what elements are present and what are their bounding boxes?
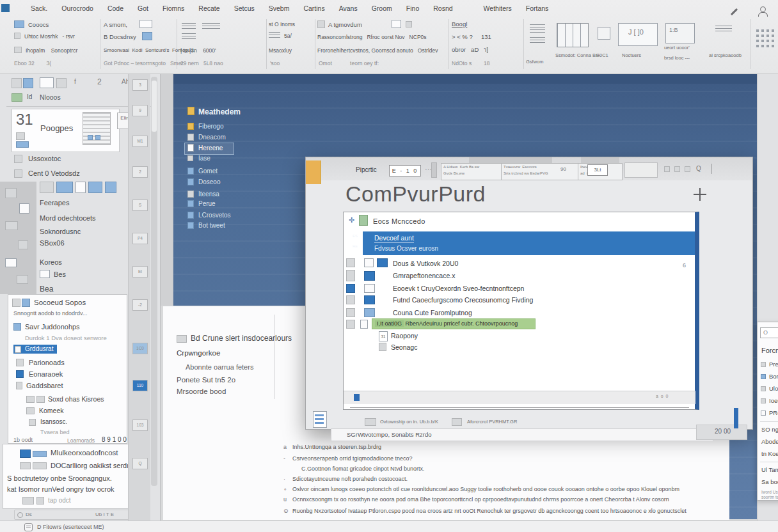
- ribbon-tab[interactable]: Wethiters: [484, 4, 512, 12]
- cut-icon[interactable]: [14, 33, 20, 39]
- backstage-nav-item[interactable]: Fiberogo: [198, 123, 223, 130]
- ribbon-label[interactable]: Rassoncomlstrong Rfroc oorst Nov NCP0s: [317, 34, 427, 40]
- dialog-mini-tab[interactable]: Tvaeuvrw Esovvcs Srts trcbrsd ws EsdarPV…: [501, 163, 580, 180]
- ribbon-label[interactable]: B Docsdnsy: [104, 33, 136, 40]
- popup-search-input[interactable]: O: [760, 327, 778, 338]
- pen-icon[interactable]: [731, 8, 738, 15]
- ribbon-tab[interactable]: Recate: [198, 4, 219, 12]
- align-center-icon[interactable]: [182, 33, 196, 39]
- strip-icon[interactable]: 103: [132, 419, 148, 431]
- selected-file-primary[interactable]: Devcoef aunt: [374, 234, 414, 243]
- toolbar-icon[interactable]: [12, 78, 22, 88]
- ribbon-label[interactable]: Ihopalm Sonooptrcr: [26, 47, 77, 54]
- view-thumbnail[interactable]: [105, 182, 116, 193]
- backstage-nav-item[interactable]: Iteensa: [198, 191, 219, 198]
- ribbon-tab[interactable]: Fino: [406, 4, 419, 12]
- panel-row[interactable]: Parionoads: [29, 359, 65, 366]
- view-macros-button[interactable]: J [ ]0 Noctuers: [614, 19, 662, 69]
- scroll-thumb[interactable]: [354, 394, 360, 401]
- backstage-nav-item-selected[interactable]: Hereene: [198, 145, 223, 152]
- ribbon-tab[interactable]: Setcus: [234, 4, 255, 12]
- panel-row[interactable]: Isansosc.: [40, 418, 67, 425]
- apps-grid-icon[interactable]: [756, 29, 774, 47]
- strip-icon[interactable]: M1: [132, 136, 148, 147]
- backstage-nav-item[interactable]: Perue: [198, 200, 216, 207]
- view-table-button[interactable]: Ssmodot: Conna Br+: [554, 19, 592, 69]
- toolbar-button[interactable]: [624, 162, 658, 178]
- ribbon-tab[interactable]: Sack.: [31, 4, 47, 12]
- panel2-row[interactable]: DOCarlliorg oakikst serdract: [51, 462, 139, 469]
- strip-icon[interactable]: P4: [132, 233, 148, 244]
- inner-scroll-strip[interactable]: a o 0: [344, 391, 695, 404]
- panel2-row[interactable]: kat Isomor runVed ongry tov ocrok: [7, 485, 115, 493]
- dialog-mini-tab[interactable]: A Hdtew Kerb Bs.sw Gvds Bs.ww: [441, 163, 504, 180]
- ribbon-tab[interactable]: Avans: [339, 4, 358, 12]
- thumb-icon[interactable]: [5, 221, 18, 230]
- minimize-icon[interactable]: [664, 166, 670, 172]
- line-spacing-icon[interactable]: [202, 23, 220, 29]
- panel-row[interactable]: Gaddsbaret: [26, 382, 63, 389]
- scroll-glyphs[interactable]: a o 0: [656, 394, 668, 398]
- ribbon-tab[interactable]: Got: [138, 4, 148, 12]
- calendar-card[interactable]: 31 Poogpes: [12, 109, 120, 152]
- file-row[interactable]: Seonagc: [391, 343, 417, 351]
- nav-list-item[interactable]: Mord odechtocets: [40, 214, 95, 222]
- popup-item[interactable]: SO ngm: [761, 426, 778, 433]
- ribbon-label[interactable]: Cooocs: [28, 21, 49, 28]
- panel-row[interactable]: Komeek: [39, 407, 64, 414]
- popup-item[interactable]: Bono: [769, 373, 778, 380]
- view-thumbnail[interactable]: [88, 182, 102, 193]
- popup-item[interactable]: Abodeo: [761, 438, 778, 445]
- popup-item[interactable]: Sa boo: [761, 478, 778, 485]
- left-scrollbar[interactable]: [151, 77, 157, 486]
- list-icon[interactable]: [269, 32, 280, 38]
- view-small-button[interactable]: E0C1: [595, 19, 613, 69]
- nav-list-item[interactable]: Feerapes: [40, 199, 69, 207]
- ribbon-tab[interactable]: Fiomns: [163, 4, 184, 12]
- document-preview-thumbnail[interactable]: [83, 112, 111, 145]
- view-split-button[interactable]: 1:B ueort uooor' brsd looc ---: [663, 19, 705, 69]
- dialog-spinner-field[interactable]: E - 1 0: [389, 165, 421, 176]
- table-icon[interactable]: [313, 411, 327, 428]
- ribbon-tab[interactable]: Fortans: [526, 4, 549, 12]
- ribbon-label[interactable]: > < % ? 131: [452, 33, 491, 40]
- panel-row[interactable]: Soxd ohas Kisroes: [48, 395, 104, 403]
- scrollbar-thumb[interactable]: [152, 81, 157, 132]
- dialog-scroll-accent[interactable]: [734, 408, 738, 428]
- ribbon-tab[interactable]: Code: [107, 4, 123, 12]
- ribbon-tab[interactable]: Groom: [372, 4, 392, 12]
- panel2-row[interactable]: Mlulkeorxoadofncost: [51, 449, 118, 457]
- panel-row[interactable]: Savr Juddonohps: [25, 323, 80, 331]
- view-thumbnail[interactable]: [56, 182, 73, 193]
- nav-list-item[interactable]: Soknordusnc: [40, 228, 81, 235]
- ribbon-label[interactable]: | ta |3n 6000': [180, 47, 216, 54]
- toolbar-value-box[interactable]: 3Lt: [587, 164, 608, 176]
- popup-item[interactable]: Ulo o: [769, 385, 778, 392]
- backstage-nav-item[interactable]: Doseoo: [198, 178, 220, 185]
- ribbon-label[interactable]: Boogl: [452, 20, 467, 27]
- list-item[interactable]: Cent 0 Vetodsdz: [28, 169, 80, 177]
- panel2-row[interactable]: S boctrutetoy onbe Sroonagngux.: [7, 474, 112, 482]
- signature-icon[interactable]: [317, 20, 325, 28]
- ribbon-label[interactable]: A smom,: [104, 21, 127, 28]
- panel-row[interactable]: Snnogntt aodob to ndodrdv...: [13, 310, 87, 317]
- thumb-icon[interactable]: [5, 188, 17, 198]
- list-item[interactable]: Ussoxotoc: [28, 155, 61, 162]
- nav-list-item[interactable]: Bea: [40, 285, 53, 293]
- maximize-icon[interactable]: [674, 166, 680, 172]
- toolbar-icon[interactable]: [23, 78, 33, 88]
- backstage-nav-item[interactable]: Bot tweet: [198, 222, 225, 229]
- ribbon-label[interactable]: Froronehihertcvstnos, Goornscd aonuto Os…: [317, 47, 438, 54]
- backstage-nav-item[interactable]: Gomet: [198, 168, 218, 175]
- selected-file-secondary[interactable]: Fdvsus Ocsver eurosn: [374, 245, 438, 252]
- app-menu-icon[interactable]: [1, 4, 10, 12]
- ribbon-tab[interactable]: Svebm: [269, 4, 290, 12]
- panel-row[interactable]: Eonaraoek: [29, 370, 63, 378]
- thumb-icon[interactable]: [18, 240, 28, 249]
- file-row[interactable]: Couna Cute Faromlputnog: [393, 309, 472, 317]
- font-box-icon[interactable]: [139, 20, 152, 28]
- stamp-icon[interactable]: [406, 21, 412, 27]
- ribbon-tab[interactable]: Rosnd: [433, 4, 452, 12]
- thumb-icon[interactable]: [17, 275, 28, 284]
- view-arrange-button[interactable]: al srcpkoaoodb: [708, 19, 749, 69]
